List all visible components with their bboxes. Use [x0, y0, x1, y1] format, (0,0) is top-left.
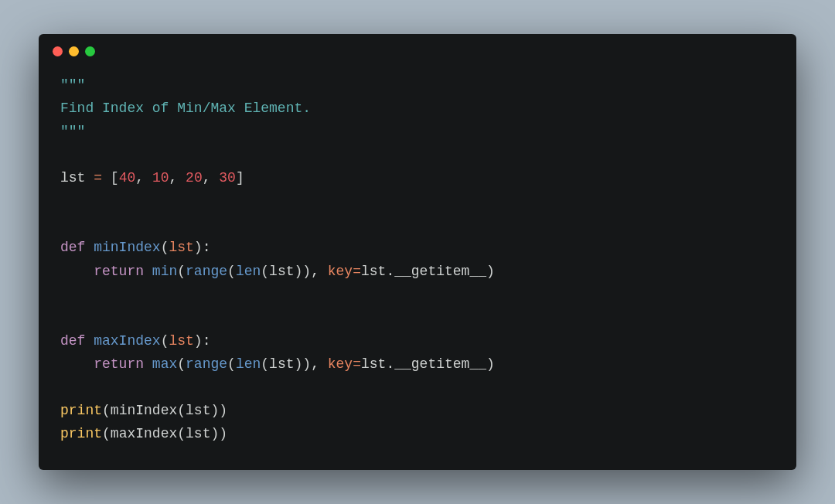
- dot: .: [386, 264, 394, 279]
- rparen: ): [210, 426, 219, 441]
- lst-ref: lst: [361, 356, 386, 372]
- docstring-text: Find Index of Min/Max Element.: [60, 100, 311, 116]
- rparen: ): [486, 356, 495, 372]
- code-window: """ Find Index of Min/Max Element. """ l…: [39, 34, 796, 470]
- eq-op: =: [353, 356, 361, 372]
- lparen: (: [177, 403, 186, 418]
- return-kw: return: [94, 264, 144, 279]
- lst-var: lst: [60, 170, 85, 186]
- rparen: ): [295, 356, 303, 372]
- rparen: ): [295, 264, 303, 279]
- rparen: ): [194, 333, 203, 349]
- rparen: ): [219, 403, 227, 418]
- lst-arg: lst: [186, 403, 210, 418]
- return-kw: return: [94, 356, 144, 372]
- param-lst: lst: [169, 240, 193, 255]
- range-builtin: range: [186, 264, 227, 279]
- min-builtin: min: [152, 264, 177, 279]
- lparen: (: [177, 264, 186, 279]
- colon: :: [203, 240, 211, 255]
- rparen: ): [210, 403, 219, 418]
- zoom-icon[interactable]: [85, 46, 95, 56]
- max-builtin: max: [152, 356, 177, 372]
- maxindex-def: maxIndex: [94, 333, 160, 349]
- def-kw: def: [60, 333, 85, 349]
- close-icon[interactable]: [53, 46, 63, 56]
- print-call: print: [60, 403, 102, 418]
- comma: ,: [203, 170, 220, 186]
- rparen: ): [194, 240, 203, 255]
- lparen: (: [102, 403, 111, 418]
- rparen: ): [302, 264, 311, 279]
- comma: ,: [169, 170, 186, 186]
- lst-arg: lst: [186, 426, 210, 441]
- rparen: ): [302, 356, 311, 372]
- docstring-close: """: [60, 124, 85, 139]
- rparen: ): [486, 264, 495, 279]
- maxindex-call: maxIndex: [111, 426, 177, 441]
- len-builtin: len: [236, 356, 261, 372]
- range-builtin: range: [186, 356, 227, 372]
- titlebar: [39, 34, 796, 63]
- lparen: (: [102, 426, 111, 441]
- assign-op: =: [94, 170, 102, 186]
- getitem: __getitem__: [394, 264, 486, 279]
- minindex-call: minIndex: [111, 403, 177, 418]
- comma: ,: [135, 170, 152, 186]
- eq-op: =: [353, 264, 361, 279]
- num-2: 20: [186, 170, 203, 186]
- docstring-open: """: [60, 77, 85, 93]
- rparen: ): [219, 426, 227, 441]
- indent: [60, 356, 94, 372]
- comma: ,: [311, 356, 328, 372]
- lparen: (: [261, 264, 269, 279]
- param-lst: lst: [169, 333, 193, 349]
- comma: ,: [311, 264, 328, 279]
- lbracket: [: [111, 170, 119, 186]
- lst-arg: lst: [269, 356, 294, 372]
- lparen: (: [227, 264, 236, 279]
- colon: :: [203, 333, 211, 349]
- code-editor[interactable]: """ Find Index of Min/Max Element. """ l…: [39, 63, 796, 470]
- minindex-def: minIndex: [94, 240, 160, 255]
- num-0: 40: [119, 170, 136, 186]
- key-kwarg: key: [328, 264, 353, 279]
- num-3: 30: [219, 170, 236, 186]
- minimize-icon[interactable]: [69, 46, 79, 56]
- indent: [60, 264, 94, 279]
- getitem: __getitem__: [394, 356, 486, 372]
- lst-ref: lst: [361, 264, 386, 279]
- num-1: 10: [152, 170, 169, 186]
- lparen: (: [161, 333, 169, 349]
- lparen: (: [227, 356, 236, 372]
- lparen: (: [177, 356, 186, 372]
- dot: .: [386, 356, 394, 372]
- lparen: (: [161, 240, 169, 255]
- rbracket: ]: [236, 170, 244, 186]
- lparen: (: [177, 426, 186, 441]
- lparen: (: [261, 356, 269, 372]
- lst-arg: lst: [269, 264, 294, 279]
- def-kw: def: [60, 240, 85, 255]
- print-call: print: [60, 426, 102, 441]
- len-builtin: len: [236, 264, 261, 279]
- key-kwarg: key: [328, 356, 353, 372]
